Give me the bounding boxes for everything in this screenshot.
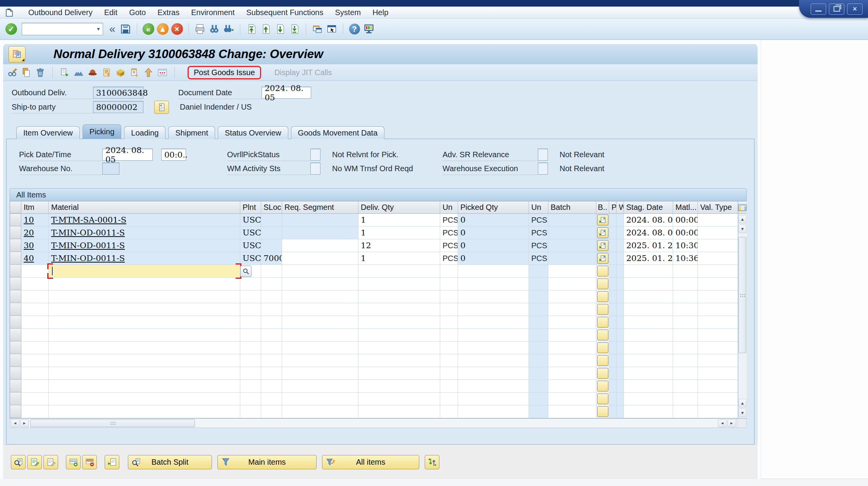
batch-split-button[interactable] [597, 330, 608, 340]
delete-line-button[interactable] [82, 455, 97, 469]
menu-extras[interactable]: Extras [152, 8, 185, 17]
row-selector[interactable] [10, 227, 21, 239]
create-shortcut-button[interactable] [325, 22, 338, 36]
tab-item-overview[interactable]: Item Overview [16, 126, 80, 139]
row-selector[interactable] [10, 380, 21, 392]
batch-split-button[interactable] [597, 253, 608, 264]
material-search-button[interactable] [240, 266, 251, 277]
col-picked-qty[interactable]: Picked Qty [458, 201, 529, 213]
command-field[interactable]: ▼ [22, 23, 103, 35]
wm-activity-sts-field[interactable] [310, 163, 320, 175]
matl-time-cell[interactable]: 10:36. [673, 252, 698, 264]
command-dropdown-icon[interactable]: ▼ [94, 23, 103, 35]
row-selector[interactable] [10, 405, 21, 418]
delivery-output-button[interactable] [73, 67, 84, 78]
menu-goto[interactable]: Goto [123, 8, 152, 17]
cancel-button[interactable]: × [170, 22, 184, 36]
row-selector[interactable] [10, 239, 21, 252]
back-button[interactable]: « [142, 22, 155, 36]
menu-help[interactable]: Help [367, 8, 394, 17]
display-item-button[interactable] [43, 455, 58, 469]
system-menu-icon[interactable] [5, 8, 14, 17]
all-items-button[interactable]: All items [322, 455, 419, 469]
col-sloc[interactable]: SLoc [261, 201, 282, 213]
val-type-cell[interactable] [698, 252, 738, 264]
pack-button[interactable] [115, 67, 126, 78]
batch-split-button[interactable] [597, 342, 608, 353]
display-jit-calls-button[interactable]: Display JIT Calls [274, 68, 332, 77]
pick-time-field[interactable]: 00:0.. [161, 149, 186, 161]
col-deliv-qty[interactable]: Deliv. Qty [358, 201, 440, 213]
outbound-deliv-field[interactable]: 3100063848 [93, 87, 143, 99]
partner-address-button[interactable] [154, 101, 169, 114]
col-itm[interactable]: Itm [21, 201, 49, 213]
split-delivery-button[interactable] [129, 67, 140, 78]
batch-split-button[interactable] [597, 393, 608, 404]
stag-date-cell[interactable]: 2024. 08. 05 [624, 227, 673, 239]
batch-cell[interactable] [548, 265, 596, 277]
pick-date-field[interactable]: 2024. 08. 05 [102, 149, 153, 161]
material-link[interactable]: T-MIN-OD-0011-S [51, 254, 125, 263]
col-req-segment[interactable]: Req. Segment [282, 201, 358, 213]
batch-split-button[interactable] [597, 381, 608, 392]
tab-shipment[interactable]: Shipment [168, 126, 215, 139]
warehouse-no-field[interactable] [102, 163, 119, 175]
menu-subsequent-functions[interactable]: Subsequent Functions [240, 8, 329, 17]
first-page-button[interactable] [245, 22, 258, 36]
change-item-button[interactable] [27, 455, 42, 469]
row-selector[interactable] [10, 354, 21, 367]
new-session-button[interactable] [311, 22, 324, 36]
batch-split-button[interactable] [597, 240, 608, 251]
scroll-right-end-button[interactable]: ► [727, 419, 736, 427]
batch-cell[interactable] [548, 252, 596, 264]
menu-outbound-delivery[interactable]: Outbound Delivery [22, 8, 98, 17]
row-selector[interactable] [10, 316, 21, 328]
availability-check-button[interactable] [157, 67, 168, 78]
scroll-page-up-button[interactable]: ▲ [739, 399, 746, 407]
material-link[interactable]: T-MIN-OD-0011-S [51, 241, 125, 250]
matl-time-cell[interactable]: 00:00. [673, 227, 698, 239]
restore-button[interactable] [829, 3, 844, 15]
menu-edit[interactable]: Edit [98, 8, 123, 17]
delete-button[interactable] [35, 67, 46, 78]
row-selector[interactable] [10, 265, 21, 277]
val-type-cell[interactable] [698, 214, 738, 226]
enter-button[interactable]: ✓ [5, 22, 18, 36]
tab-picking[interactable]: Picking [83, 124, 121, 139]
dangerous-goods-button[interactable] [87, 67, 98, 78]
exit-button[interactable]: ▲ [156, 22, 169, 36]
customize-layout-button[interactable] [362, 22, 375, 36]
choose-detail-button[interactable] [11, 455, 26, 469]
previous-page-button[interactable] [259, 22, 272, 36]
copy-button[interactable] [21, 67, 32, 78]
batch-split-button[interactable] [597, 317, 608, 328]
move-item-button[interactable] [105, 455, 119, 469]
batch-split-button[interactable] [597, 227, 608, 238]
batch-split-button[interactable] [597, 291, 608, 302]
stag-date-cell[interactable]: 2025. 01. 23 [624, 252, 673, 264]
ovrll-pick-status-field[interactable] [310, 149, 320, 161]
batch-split-button[interactable] [597, 368, 608, 379]
row-selector[interactable] [10, 367, 21, 380]
scroll-left-end-button[interactable]: ◄ [718, 419, 727, 427]
row-selector[interactable] [10, 342, 21, 354]
adv-sr-relevance-field[interactable] [538, 149, 548, 161]
val-type-cell[interactable] [698, 227, 738, 239]
col-w[interactable]: W [617, 201, 624, 213]
warehouse-execution-field[interactable] [538, 163, 548, 175]
stag-date-cell[interactable]: 2024. 08. 05 [624, 214, 673, 226]
deliv-qty-cell[interactable]: 12 [358, 239, 440, 252]
select-all-header[interactable] [10, 201, 21, 213]
val-type-cell[interactable] [698, 239, 738, 252]
tab-loading[interactable]: Loading [124, 126, 165, 139]
item-number-link[interactable]: 10 [24, 215, 34, 225]
services-for-object-button[interactable] [9, 46, 26, 62]
scroll-up-button[interactable]: ▲ [739, 215, 746, 223]
menu-system[interactable]: System [329, 8, 367, 17]
deliv-qty-cell[interactable]: 1 [358, 214, 440, 226]
deliv-qty-cell[interactable]: 1 [358, 252, 440, 264]
tab-goods-movement-data[interactable]: Goods Movement Data [291, 126, 385, 139]
stag-date-cell[interactable]: 2025. 01. 23 [624, 239, 673, 252]
batch-split-button[interactable] [597, 406, 608, 417]
post-goods-issue-button[interactable]: Post Goods Issue [188, 66, 261, 79]
